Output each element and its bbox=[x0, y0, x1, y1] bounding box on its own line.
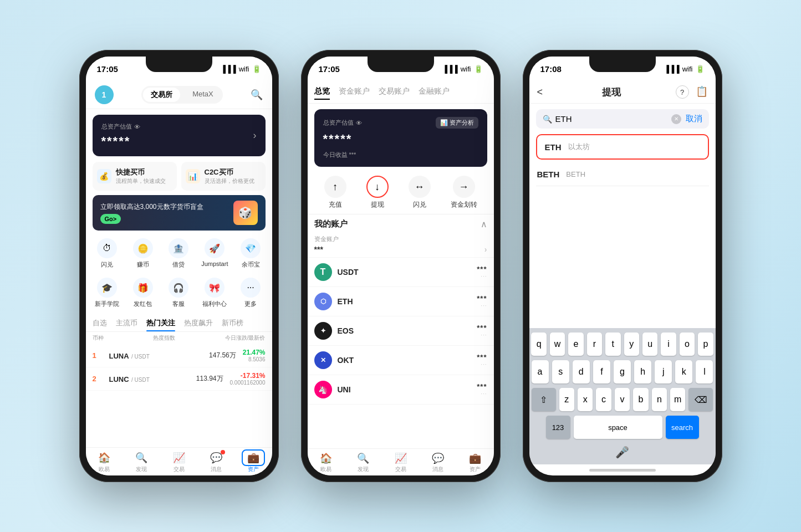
p3-search-input[interactable] bbox=[555, 114, 671, 124]
key-h[interactable]: h bbox=[634, 360, 651, 383]
result-beth[interactable]: BETH BETH bbox=[536, 163, 709, 186]
key-n[interactable]: n bbox=[652, 388, 667, 411]
table-row[interactable]: 1 LUNA / USDT 147.56万 21.47% 8.5036 bbox=[86, 344, 272, 367]
key-i[interactable]: i bbox=[661, 332, 676, 356]
battery-icon: 🔋 bbox=[474, 65, 483, 73]
action-swap[interactable]: ↔ 闪兑 bbox=[409, 176, 431, 209]
key-delete[interactable]: ⌫ bbox=[688, 388, 713, 411]
key-search[interactable]: search bbox=[666, 416, 699, 439]
tab-overview[interactable]: 总览 bbox=[314, 84, 330, 100]
p2-fund-account-row[interactable]: 资金账户 *** › bbox=[308, 232, 494, 258]
key-b[interactable]: b bbox=[633, 388, 648, 411]
key-r[interactable]: r bbox=[587, 332, 602, 356]
record-icon[interactable]: 📋 bbox=[696, 85, 708, 99]
coin-row-eth[interactable]: ⬡ ETH *** ··· bbox=[308, 287, 494, 316]
search-icon[interactable]: 🔍 bbox=[251, 89, 263, 101]
p1-banner-arrow[interactable]: › bbox=[253, 130, 257, 141]
key-x[interactable]: x bbox=[578, 388, 593, 411]
key-q[interactable]: q bbox=[531, 332, 546, 356]
key-z[interactable]: z bbox=[559, 388, 574, 411]
tab-finance-account[interactable]: 金融账户 bbox=[419, 84, 450, 100]
p1-promo-go[interactable]: Go> bbox=[100, 214, 121, 224]
collapse-icon[interactable]: ∧ bbox=[481, 219, 487, 229]
tab-surge[interactable]: 热度飙升 bbox=[184, 315, 213, 331]
tab-watchlist[interactable]: 自选 bbox=[93, 315, 107, 331]
p2-nav-home[interactable]: 🏠 欧易 bbox=[308, 452, 345, 473]
key-w[interactable]: w bbox=[550, 332, 565, 356]
eye-icon[interactable]: 👁 bbox=[134, 124, 140, 130]
key-k[interactable]: k bbox=[675, 360, 692, 383]
p1-promo-banner[interactable]: 立即领取高达3,000元数字货币盲盒 Go> 🎲 bbox=[93, 195, 266, 231]
key-j[interactable]: j bbox=[655, 360, 672, 383]
key-t[interactable]: t bbox=[605, 332, 620, 356]
key-s[interactable]: s bbox=[552, 360, 569, 383]
quick-buy-btn[interactable]: 💰 快捷买币 流程简单，快速成交 bbox=[93, 162, 177, 191]
coin-row-okt[interactable]: ✕ OKT *** ··· bbox=[308, 346, 494, 375]
time-1: 17:05 bbox=[97, 64, 118, 74]
nav-discover[interactable]: 🔍 发现 bbox=[123, 451, 160, 473]
tab-hot[interactable]: 热门关注 bbox=[146, 315, 175, 331]
nav-assets[interactable]: 💼 资产 bbox=[234, 451, 272, 473]
key-o[interactable]: o bbox=[680, 332, 695, 356]
menu-item-academy[interactable]: 🎓 新手学院 bbox=[90, 274, 124, 311]
p3-search-bar[interactable]: 🔍 ✕ 取消 bbox=[536, 109, 709, 129]
key-numbers[interactable]: 123 bbox=[546, 416, 570, 439]
action-transfer[interactable]: → 资金划转 bbox=[451, 176, 477, 209]
nav-home[interactable]: 🏠 欧易 bbox=[86, 451, 123, 473]
analysis-btn[interactable]: 📊 资产分析 bbox=[436, 117, 478, 129]
coin-row-usdt[interactable]: T USDT *** ··· bbox=[308, 258, 494, 287]
okt-val: *** bbox=[477, 353, 487, 361]
p1-avatar[interactable]: 1 bbox=[95, 85, 114, 104]
key-e[interactable]: e bbox=[568, 332, 583, 356]
tab-mainstream[interactable]: 主流币 bbox=[116, 315, 137, 331]
key-l[interactable]: l bbox=[696, 360, 713, 383]
key-u[interactable]: u bbox=[642, 332, 657, 356]
menu-item-jumpstart[interactable]: 🚀 Jumpstart bbox=[198, 235, 232, 272]
tab-exchange[interactable]: 交易所 bbox=[143, 88, 180, 102]
action-recharge[interactable]: ↑ 充值 bbox=[324, 176, 346, 209]
menu-item-redpacket[interactable]: 🎁 发红包 bbox=[126, 274, 160, 311]
microphone-icon[interactable]: 🎤 bbox=[615, 446, 629, 459]
p2-nav-trade[interactable]: 📈 交易 bbox=[382, 452, 419, 473]
nav-message[interactable]: 💬 消息 bbox=[197, 451, 234, 473]
menu-item-treasure[interactable]: 💎 余币宝 bbox=[234, 235, 268, 272]
p2-nav-discover[interactable]: 🔍 发现 bbox=[345, 452, 382, 473]
key-space[interactable]: space bbox=[574, 416, 662, 439]
key-shift[interactable]: ⇧ bbox=[532, 388, 556, 411]
key-v[interactable]: v bbox=[615, 388, 630, 411]
help-icon[interactable]: ? bbox=[676, 85, 689, 99]
p3-clear-button[interactable]: ✕ bbox=[671, 114, 681, 124]
key-a[interactable]: a bbox=[532, 360, 549, 383]
key-p[interactable]: p bbox=[698, 332, 713, 356]
tab-fund-account[interactable]: 资金账户 bbox=[339, 84, 370, 100]
nav-trade[interactable]: 📈 交易 bbox=[160, 451, 197, 473]
tab-new[interactable]: 新币榜 bbox=[222, 315, 243, 331]
menu-item-welfare[interactable]: 🎀 福利中心 bbox=[198, 274, 232, 311]
c2c-buy-btn[interactable]: 📊 C2C买币 灵活选择，价格更优 bbox=[181, 162, 266, 191]
back-button[interactable]: < bbox=[537, 86, 543, 98]
key-d[interactable]: d bbox=[573, 360, 590, 383]
tab-metax[interactable]: MetaX bbox=[185, 88, 221, 102]
key-m[interactable]: m bbox=[670, 388, 685, 411]
p3-cancel-button[interactable]: 取消 bbox=[686, 114, 702, 124]
coin-row-eos[interactable]: ✦ EOS *** ··· bbox=[308, 316, 494, 346]
result-eth[interactable]: ETH 以太坊 bbox=[536, 134, 709, 160]
withdraw-icon: ↓ bbox=[366, 176, 389, 198]
action-withdraw[interactable]: ↓ 提现 bbox=[366, 176, 389, 209]
table-row[interactable]: 2 LUNC / USDT 113.94万 -17.31% 0.00011620… bbox=[86, 367, 272, 391]
menu-item-earn[interactable]: 🪙 赚币 bbox=[126, 235, 160, 272]
menu-item-flash[interactable]: ⏱ 闪兑 bbox=[90, 235, 124, 272]
coin-row-uni[interactable]: 🦄 UNI *** ··· bbox=[308, 375, 494, 405]
key-c[interactable]: c bbox=[596, 388, 611, 411]
p2-nav-assets[interactable]: 💼 资产 bbox=[456, 452, 493, 473]
key-f[interactable]: f bbox=[593, 360, 610, 383]
usdt-sub: ··· bbox=[477, 273, 487, 279]
tab-trade-account[interactable]: 交易账户 bbox=[379, 84, 410, 100]
menu-item-loan[interactable]: 🏦 借贷 bbox=[162, 235, 196, 272]
key-g[interactable]: g bbox=[614, 360, 631, 383]
rank-1: 1 bbox=[93, 351, 100, 360]
menu-item-more[interactable]: ··· 更多 bbox=[234, 274, 268, 311]
key-y[interactable]: y bbox=[624, 332, 639, 356]
p2-nav-message[interactable]: 💬 消息 bbox=[419, 452, 456, 473]
menu-item-support[interactable]: 🎧 客服 bbox=[162, 274, 196, 311]
